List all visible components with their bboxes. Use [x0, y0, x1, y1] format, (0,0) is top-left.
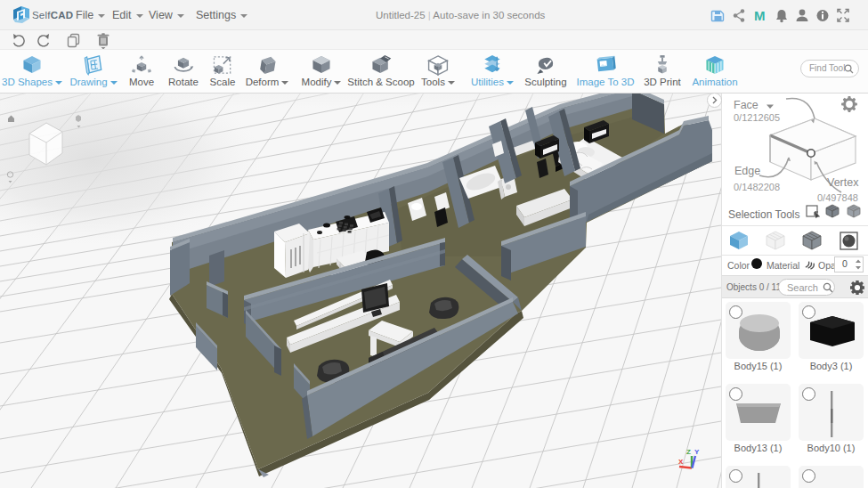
svg-text:Edge: Edge	[734, 165, 760, 177]
svg-text:0/497848: 0/497848	[817, 192, 858, 203]
svg-text:0/1482208: 0/1482208	[734, 182, 780, 192]
svg-text:Y: Y	[694, 448, 700, 456]
svg-text:Vertex: Vertex	[827, 176, 859, 189]
svg-text:Selection Tools: Selection Tools	[728, 208, 800, 221]
svg-text:0/1212605: 0/1212605	[734, 112, 780, 123]
svg-text:M: M	[754, 8, 766, 23]
svg-text:Z: Z	[686, 448, 691, 456]
svg-text:X: X	[678, 458, 684, 466]
svg-text:Face: Face	[734, 99, 758, 111]
